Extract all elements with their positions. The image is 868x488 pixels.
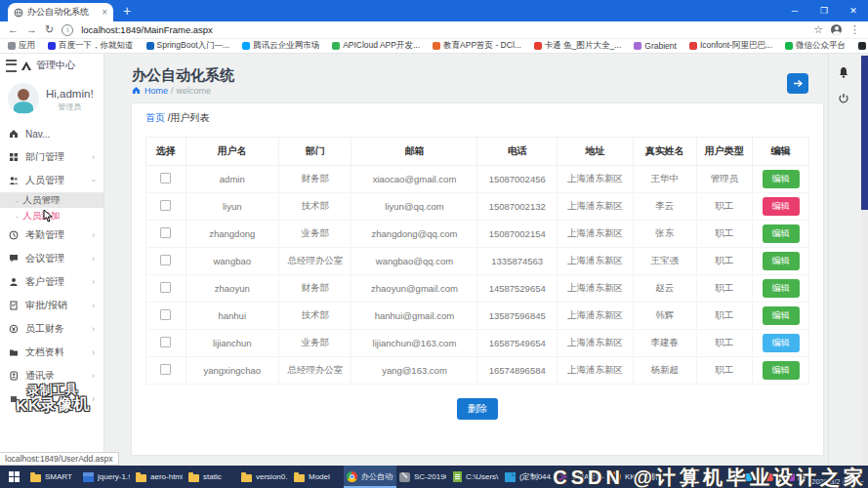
apps-grid-icon [8, 42, 16, 50]
cell-phone: 1335874563 [477, 248, 557, 275]
chevron-right-icon: › [92, 347, 95, 357]
row-checkbox[interactable] [160, 282, 171, 293]
bookmark-item[interactable]: 卡通 鱼_图片大全_... [534, 40, 621, 52]
maximize-button[interactable]: ❐ [809, 0, 839, 21]
sidebar-subitem-label: 人员管理 [22, 194, 60, 207]
power-logout-icon[interactable] [838, 91, 849, 108]
taskbar-item[interactable]: version0.1 [238, 466, 291, 488]
taskbar-item[interactable]: SMART [27, 466, 80, 488]
cell-realname: 李建春 [634, 330, 697, 357]
quick-nav-button[interactable] [787, 73, 808, 94]
chevron-right-icon: › [92, 301, 95, 310]
edit-button[interactable]: 编辑 [763, 306, 800, 325]
minimize-button[interactable]: ─ [780, 0, 809, 21]
bookmark-item[interactable]: 微信公众平台 [785, 40, 846, 52]
contacts-icon [9, 371, 19, 381]
page-scrollbar[interactable] [861, 54, 868, 466]
row-checkbox[interactable] [160, 227, 171, 238]
sidebar-item[interactable]: 客户管理› [0, 270, 103, 294]
folder-icon [188, 474, 199, 482]
new-tab-button[interactable]: + [123, 2, 131, 20]
forward-icon[interactable]: → [26, 24, 37, 35]
edit-button[interactable]: 编辑 [763, 279, 800, 298]
reload-icon[interactable]: ↻ [45, 24, 54, 35]
notifications-bell-icon[interactable] [838, 65, 849, 83]
taskbar-item[interactable]: aero-html... [133, 466, 186, 488]
bookmark-item[interactable]: Iconfont-阿里巴巴... [689, 40, 772, 52]
chevron-right-icon: › [92, 324, 95, 334]
sidebar-nav-label: Nav... [25, 129, 50, 140]
bookmark-item[interactable]: APICloud APP开发... [332, 40, 420, 52]
taskbar-item[interactable]: static [186, 466, 238, 488]
panel-breadcrumb-home[interactable]: 首页 [145, 112, 165, 123]
url-field[interactable]: localhost:1849/MainFrame.aspx [81, 24, 806, 35]
cube-icon [83, 472, 94, 482]
edit-button[interactable]: 编辑 [763, 334, 800, 352]
sidebar-item-label: 人员管理 [25, 174, 64, 187]
bookmark-star-icon[interactable]: ☆ [813, 24, 823, 35]
sidebar-item[interactable]: 员工财务› [0, 317, 103, 341]
delete-button[interactable]: 删除 [457, 398, 498, 420]
taskbar-item[interactable]: (定制044... [502, 466, 555, 488]
taskbar-item[interactable]: SC-20190... [396, 466, 449, 488]
row-checkbox[interactable] [160, 173, 171, 183]
edit-button[interactable]: 编辑 [763, 197, 800, 216]
sidebar-item[interactable]: 会议管理› [0, 247, 103, 270]
bookmark-item[interactable]: 应用 [8, 40, 35, 52]
cell-edit: 编辑 [753, 275, 809, 303]
breadcrumb: Home / welcome [132, 86, 211, 96]
edit-button[interactable]: 编辑 [763, 170, 800, 188]
close-button[interactable]: ✕ [839, 0, 868, 21]
taskbar-item-label: 办公自动化... [361, 471, 393, 482]
edit-button[interactable]: 编辑 [763, 224, 800, 243]
browser-menu-icon[interactable]: ⋮ [849, 24, 860, 35]
edit-button[interactable]: 编辑 [763, 252, 800, 270]
sidebar-item-label: 客户管理 [25, 275, 64, 289]
browser-tab[interactable]: 办公自动化系统 × [8, 3, 113, 21]
row-checkbox[interactable] [160, 309, 171, 320]
tab-close-icon[interactable]: × [102, 8, 107, 18]
bookmark-item[interactable]: Grabient [634, 41, 677, 51]
row-checkbox[interactable] [160, 255, 171, 265]
bookmark-item[interactable]: SpringBoot入门—... [146, 40, 230, 52]
row-checkbox[interactable] [160, 337, 171, 347]
row-checkbox[interactable] [160, 200, 171, 211]
sidebar-item[interactable]: 人员管理› [0, 169, 103, 192]
breadcrumb-home-link[interactable]: Home [145, 86, 168, 96]
hamburger-menu-icon[interactable] [6, 60, 17, 72]
edit-button[interactable]: 编辑 [763, 361, 800, 380]
sidebar-item[interactable]: 部门管理› [0, 145, 103, 169]
bookmark-item[interactable]: GitHub - xiangyu... [858, 41, 868, 51]
cell-dept: 总经理办公室 [278, 357, 351, 385]
taskbar-item[interactable]: 办公自动化... [344, 466, 396, 488]
cell-select [146, 166, 186, 193]
browser-profile-icon[interactable] [831, 24, 842, 35]
sidebar-subitem[interactable]: -人员管理 [0, 192, 103, 208]
start-button[interactable] [0, 466, 27, 488]
row-checkbox[interactable] [160, 364, 171, 375]
bookmark-item[interactable]: 腾讯云企业网市场 [242, 40, 319, 52]
dash-icon: - [16, 195, 19, 206]
chevron-right-icon: › [92, 152, 95, 162]
user-greeting: Hi,admin! [46, 88, 94, 100]
user-profile[interactable]: Hi,admin! 管理员 [8, 83, 94, 114]
cell-address: 上海浦东新区 [557, 303, 633, 330]
attendance-icon [9, 230, 19, 240]
folder-icon [30, 474, 41, 482]
scrollbar-thumb[interactable] [861, 56, 868, 210]
bookmark-item[interactable]: 教育APP首页 - DCl... [433, 40, 521, 52]
taskbar-item[interactable]: Model [291, 466, 344, 488]
table-row: lijianchun业务部lijianchun@163.com165875496… [146, 330, 809, 357]
bookmark-item[interactable]: 百度一下，你就知道 [48, 40, 134, 52]
cell-address: 上海浦东新区 [557, 166, 633, 193]
column-header: 编辑 [753, 138, 809, 166]
page-info-icon[interactable]: i [62, 24, 73, 36]
taskbar-item[interactable]: C:\Users\... [449, 466, 502, 488]
panel-breadcrumb: 首页 /用户列表 [132, 103, 823, 131]
back-icon[interactable]: ← [8, 24, 19, 35]
sidebar-item[interactable]: 文档资料› [0, 341, 103, 364]
taskbar-item[interactable]: jquery-1.9... [80, 466, 133, 488]
sidebar-item[interactable]: 审批/报销› [0, 294, 103, 317]
cell-select [146, 330, 186, 357]
taskbar-item-label: SMART [45, 472, 72, 481]
